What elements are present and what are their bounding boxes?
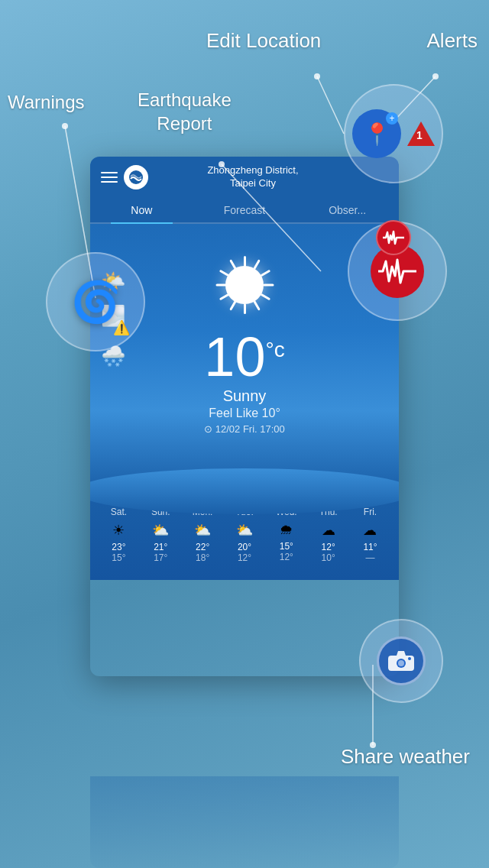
temperature-display: 10°c (204, 329, 284, 384)
sun-display (206, 247, 283, 323)
share-weather-circle[interactable] (359, 619, 443, 703)
forecast-day-mon: Mon. ⛅ 22° 18° (183, 507, 222, 563)
svg-point-0 (62, 123, 68, 129)
forecast-day-sat: Sat. ☀ 23° 15° (99, 507, 138, 563)
warnings-circle[interactable]: 🌀 ⚠️ (46, 252, 145, 351)
camera-button[interactable] (377, 636, 426, 685)
warning-icon: ⚠️ (113, 319, 130, 336)
feel-like-display: Feel Like 10° (209, 406, 280, 420)
alert-badge-container (407, 121, 435, 146)
add-location-button[interactable]: 📍 + (352, 109, 401, 158)
menu-button[interactable] (101, 172, 118, 183)
seismograph-small-icon (383, 230, 404, 245)
wave-logo-icon (128, 170, 144, 185)
header-left (101, 165, 148, 189)
app-card-reflection (90, 776, 399, 868)
warnings-annotation: Warnings (8, 92, 84, 113)
forecast-day-sun: Sun. ⛅ 21° 17° (141, 507, 180, 563)
forecast-day-tue: Tue. ⛅ 20° 12° (225, 507, 264, 563)
tab-observations[interactable]: Obser... (296, 198, 399, 222)
camera-icon (387, 650, 415, 672)
alerts-annotation: Alerts (427, 29, 478, 53)
sun-core (225, 266, 264, 304)
hurricane-icon: 🌀 (71, 279, 121, 326)
location-display: Zhongzheng District, Taipei City (207, 164, 298, 190)
seismograph-icon (378, 257, 416, 285)
svg-point-13 (398, 660, 404, 666)
alert-triangle-icon (407, 121, 435, 146)
location-pin-icon: 📍 (364, 121, 390, 147)
earthquake-annotation: EarthquakeReport (138, 88, 232, 135)
svg-point-14 (408, 657, 411, 660)
forecast-day-fri: Fri. ☁ 11° — (351, 507, 389, 563)
svg-line-5 (317, 76, 344, 134)
svg-point-4 (314, 73, 320, 79)
tab-forecast[interactable]: Forecast (193, 198, 296, 222)
share-weather-annotation: Share weather (341, 745, 470, 769)
tab-now[interactable]: Now (90, 198, 193, 222)
forecast-row: Sat. ☀ 23° 15° Sun. ⛅ 21° 17° Mon. ⛅ 22°… (98, 507, 391, 563)
app-card: Zhongzheng District, Taipei City Now For… (90, 157, 399, 676)
app-logo (124, 165, 148, 189)
svg-marker-11 (397, 651, 406, 656)
weather-description: Sunny (223, 387, 267, 405)
seismo-small-badge[interactable] (376, 220, 411, 255)
svg-point-6 (432, 73, 439, 79)
forecast-day-wed: Wed. 🌧 15° 12° (267, 507, 306, 563)
datetime-display: ⊙ 12/02 Fri. 17:00 (204, 423, 285, 435)
app-tabs: Now Forecast Obser... (90, 198, 399, 224)
forecast-day-thu: Thu. ☁ 12° 10° (309, 507, 348, 563)
plus-badge: + (386, 112, 398, 125)
edit-location-annotation: Edit Location (206, 29, 321, 53)
edit-location-circle[interactable]: 📍 + (344, 84, 443, 183)
